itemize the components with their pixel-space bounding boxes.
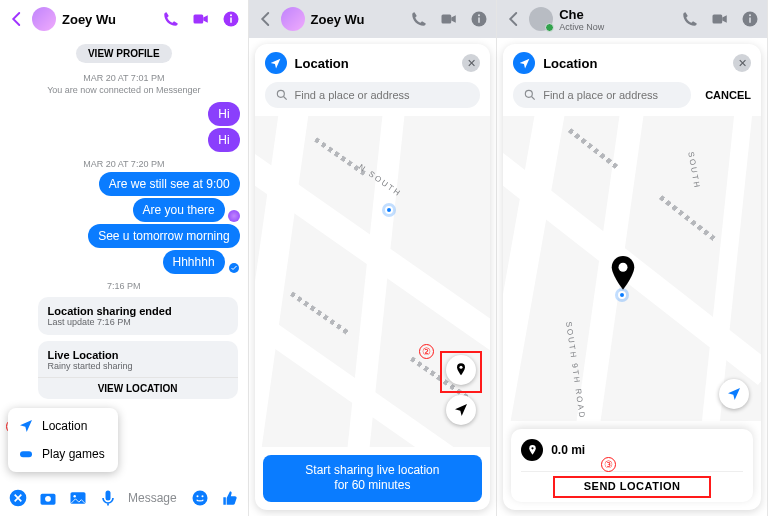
back-icon[interactable] bbox=[257, 10, 275, 28]
svg-rect-17 bbox=[478, 18, 480, 23]
svg-point-20 bbox=[460, 366, 463, 369]
view-location-button[interactable]: VIEW LOCATION bbox=[38, 377, 238, 399]
status-text: Active Now bbox=[559, 22, 604, 32]
drop-pin-button[interactable] bbox=[446, 355, 476, 385]
share-line1: Start sharing live location bbox=[267, 463, 479, 479]
svg-rect-2 bbox=[230, 18, 232, 23]
delivered-icon bbox=[228, 262, 240, 274]
contact-name[interactable]: Zoey Wu bbox=[62, 12, 116, 27]
svg-point-12 bbox=[192, 491, 207, 506]
pin-icon bbox=[453, 362, 469, 378]
send-location-button[interactable]: SEND LOCATION bbox=[521, 471, 743, 492]
video-icon bbox=[440, 10, 458, 28]
message-out[interactable]: Hi bbox=[208, 128, 239, 152]
svg-point-10 bbox=[73, 495, 76, 498]
attachment-menu: Location Play games bbox=[8, 408, 118, 472]
pin-icon bbox=[521, 439, 543, 461]
video-icon bbox=[711, 10, 729, 28]
map-view[interactable]: SOUTH SOUTH 9TH ROAD bbox=[503, 116, 761, 421]
message-out[interactable]: Are you there bbox=[133, 198, 225, 222]
mic-icon[interactable] bbox=[98, 488, 118, 508]
location-arrow-icon bbox=[726, 386, 742, 402]
info-icon[interactable] bbox=[222, 10, 240, 28]
message-input[interactable]: Message bbox=[128, 491, 180, 505]
call-icon[interactable] bbox=[162, 10, 180, 28]
location-arrow-icon bbox=[453, 402, 469, 418]
card-title: Live Location bbox=[48, 349, 228, 361]
search-field[interactable] bbox=[295, 89, 471, 101]
message-out[interactable]: Hi bbox=[208, 102, 239, 126]
svg-point-25 bbox=[525, 90, 532, 97]
search-input[interactable] bbox=[265, 82, 481, 108]
contact-name: Che bbox=[559, 7, 604, 22]
svg-point-26 bbox=[619, 263, 628, 272]
avatar bbox=[281, 7, 305, 31]
share-line2: for 60 minutes bbox=[267, 478, 479, 494]
video-icon[interactable] bbox=[192, 10, 210, 28]
svg-point-3 bbox=[230, 14, 232, 16]
cancel-button[interactable]: CANCEL bbox=[705, 89, 751, 101]
location-arrow-icon bbox=[265, 52, 287, 74]
close-icon[interactable]: ✕ bbox=[462, 54, 480, 72]
search-input[interactable] bbox=[513, 82, 691, 108]
svg-rect-0 bbox=[193, 15, 203, 24]
info-icon bbox=[470, 10, 488, 28]
location-ended-card[interactable]: Location sharing ended Last update 7:16 … bbox=[38, 297, 238, 335]
recenter-button[interactable] bbox=[719, 379, 749, 409]
back-icon[interactable] bbox=[8, 10, 26, 28]
svg-rect-5 bbox=[20, 451, 32, 457]
svg-rect-21 bbox=[713, 15, 723, 24]
message-out[interactable]: Hhhhhh bbox=[163, 250, 225, 274]
message-out[interactable]: Are we still see at 9:00 bbox=[99, 172, 240, 196]
menu-item-play-games[interactable]: Play games bbox=[8, 440, 118, 468]
search-icon bbox=[275, 88, 289, 102]
camera-icon[interactable] bbox=[38, 488, 58, 508]
svg-point-19 bbox=[277, 90, 284, 97]
call-icon bbox=[410, 10, 428, 28]
svg-point-8 bbox=[45, 496, 51, 502]
like-icon[interactable] bbox=[220, 488, 240, 508]
svg-point-18 bbox=[478, 14, 480, 16]
dropped-pin-icon[interactable] bbox=[609, 256, 637, 292]
gamepad-icon bbox=[18, 446, 34, 462]
svg-rect-15 bbox=[442, 15, 452, 24]
timestamp: MAR 20 AT 7:20 PM bbox=[0, 159, 248, 169]
timestamp: 7:16 PM bbox=[0, 281, 248, 291]
svg-point-14 bbox=[201, 495, 203, 497]
card-subtitle: Rainy started sharing bbox=[48, 361, 228, 371]
current-location-dot bbox=[385, 206, 393, 214]
svg-point-24 bbox=[749, 14, 751, 16]
panel-title: Location bbox=[295, 56, 349, 71]
svg-rect-23 bbox=[749, 18, 751, 23]
road-label: SOUTH bbox=[686, 151, 701, 190]
send-location-card: 0.0 mi SEND LOCATION ③ bbox=[511, 429, 753, 502]
menu-label: Play games bbox=[42, 447, 105, 461]
distance-text: 0.0 mi bbox=[551, 443, 585, 457]
menu-item-location[interactable]: Location bbox=[8, 412, 118, 440]
timestamp: MAR 20 AT 7:01 PM bbox=[0, 73, 248, 83]
location-arrow-icon bbox=[513, 52, 535, 74]
svg-rect-11 bbox=[106, 491, 111, 501]
live-location-card[interactable]: Live Location Rainy started sharing VIEW… bbox=[38, 341, 238, 399]
map-view[interactable]: N SOUTH ② bbox=[255, 116, 491, 447]
search-field[interactable] bbox=[543, 89, 681, 101]
annotation-number-3: ③ bbox=[601, 457, 616, 472]
back-icon[interactable] bbox=[505, 10, 523, 28]
search-icon bbox=[523, 88, 537, 102]
close-attachments-icon[interactable] bbox=[8, 488, 28, 508]
view-profile-button[interactable]: VIEW PROFILE bbox=[76, 44, 172, 63]
emoji-icon[interactable] bbox=[190, 488, 210, 508]
recenter-button[interactable] bbox=[446, 395, 476, 425]
card-title: Location sharing ended bbox=[48, 305, 228, 317]
svg-point-13 bbox=[196, 495, 198, 497]
menu-label: Location bbox=[42, 419, 87, 433]
avatar bbox=[529, 7, 553, 31]
close-icon[interactable]: ✕ bbox=[733, 54, 751, 72]
annotation-number-2: ② bbox=[419, 344, 434, 359]
avatar[interactable] bbox=[32, 7, 56, 31]
chat-header-dimmed: Zoey Wu bbox=[249, 0, 497, 38]
gallery-icon[interactable] bbox=[68, 488, 88, 508]
start-sharing-button[interactable]: Start sharing live location for 60 minut… bbox=[263, 455, 483, 502]
location-panel: Location ✕ CANCEL SOUTH SOUTH 9TH ROAD bbox=[503, 44, 761, 510]
message-out[interactable]: See u tomorrow morning bbox=[88, 224, 239, 248]
